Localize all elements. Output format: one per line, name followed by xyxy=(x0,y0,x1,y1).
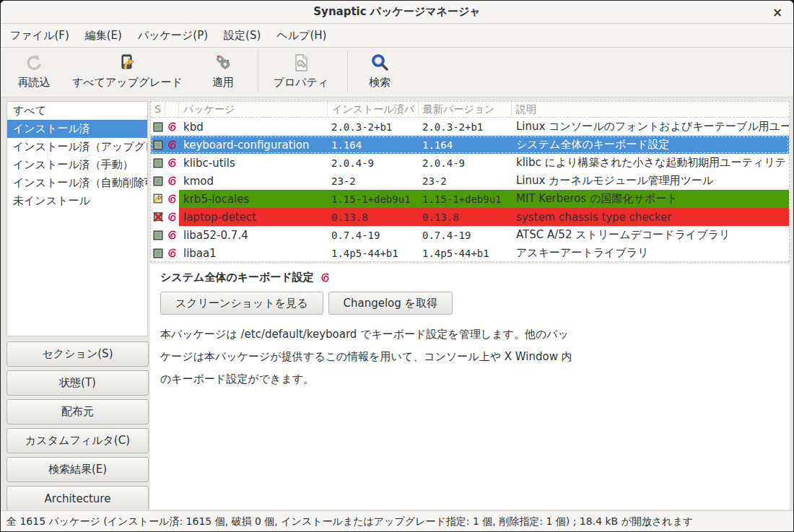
debian-swirl-cell xyxy=(165,172,179,190)
toolbar-apply-label: 適用 xyxy=(212,74,234,90)
package-name: libaa1 xyxy=(179,244,328,262)
get-changelog-button[interactable]: Changelog を取得 xyxy=(328,292,453,315)
column-header-name[interactable]: パッケージ xyxy=(179,102,328,117)
debian-swirl-icon xyxy=(167,175,178,186)
column-header-latest[interactable]: 最新バージョン xyxy=(419,102,512,117)
toolbar-upgrade-all-button[interactable]: すべてアップグレード xyxy=(68,51,187,93)
toolbar-properties-button[interactable]: プロパティ xyxy=(266,51,336,93)
table-row[interactable]: liba52-0.7.40.7.4-190.7.4-19ATSC A/52 スト… xyxy=(151,226,789,244)
column-header-supported[interactable] xyxy=(165,102,179,117)
menu-settings[interactable]: 設定(S) xyxy=(216,24,269,47)
package-status-cell[interactable] xyxy=(151,154,165,172)
debian-swirl-icon xyxy=(167,139,178,150)
debian-swirl-icon xyxy=(167,248,178,258)
architecture-button[interactable]: Architecture xyxy=(6,486,149,511)
installed-version: 2.0.3-2+b1 xyxy=(328,118,419,136)
package-name: klibc-utils xyxy=(179,154,328,172)
debian-swirl-icon xyxy=(320,272,331,283)
package-name: laptop-detect xyxy=(179,208,328,226)
toolbar-separator xyxy=(258,51,258,92)
package-status-cell[interactable] xyxy=(151,190,165,208)
package-status-cell[interactable] xyxy=(151,226,165,244)
package-status-cell[interactable] xyxy=(151,118,165,136)
status-installed-icon xyxy=(153,248,163,258)
window-title: Synaptic パッケージマネージャ xyxy=(313,5,480,19)
package-status-cell[interactable] xyxy=(151,244,165,262)
package-short-description: Linux カーネルモジュール管理用ツール xyxy=(512,172,789,190)
status-installed-icon xyxy=(153,158,163,168)
package-name: krb5-locales xyxy=(179,190,328,208)
upgrade-icon xyxy=(118,53,138,73)
table-header: Sパッケージインストール済バ最新バージョン説明 xyxy=(151,102,789,118)
filter-item[interactable]: インストール済（アップグレ xyxy=(7,138,147,156)
latest-version: 0.13.8 xyxy=(419,208,512,226)
debian-swirl-cell xyxy=(165,190,179,208)
filter-item[interactable]: インストール済（自動削除可 xyxy=(7,174,147,192)
installed-version: 1.15-1+deb9u1 xyxy=(328,190,419,208)
status-installed-icon xyxy=(153,122,163,132)
column-header-status[interactable]: S xyxy=(151,102,165,117)
package-status-cell[interactable] xyxy=(151,208,165,226)
close-icon[interactable]: × xyxy=(769,4,786,21)
filter-item[interactable]: インストール済（手動） xyxy=(7,156,147,174)
toolbar-upgrade-all-label: すべてアップグレード xyxy=(72,74,183,90)
table-row[interactable]: libaa11.4p5-44+b11.4p5-44+b1アスキーアートライブラリ xyxy=(151,244,789,262)
menu-edit[interactable]: 編集(E) xyxy=(77,24,130,47)
debian-swirl-icon xyxy=(167,157,178,168)
table-row[interactable]: keyboard-configuration1.1641.164システム全体のキ… xyxy=(151,136,789,154)
sections-button[interactable]: セクション(S) xyxy=(6,341,149,367)
installed-version: 0.7.4-19 xyxy=(328,226,419,244)
column-header-description[interactable]: 説明 xyxy=(512,102,789,117)
package-name: keyboard-configuration xyxy=(179,136,328,154)
latest-version: 1.4p5-44+b1 xyxy=(419,244,512,262)
package-table: Sパッケージインストール済バ最新バージョン説明 kbd2.0.3-2+b12.0… xyxy=(150,101,790,262)
menu-help[interactable]: ヘルプ(H) xyxy=(269,24,334,47)
table-row[interactable]: kmod23-223-2Linux カーネルモジュール管理用ツール xyxy=(151,172,789,190)
package-status-cell[interactable] xyxy=(151,136,165,154)
status-installed-icon xyxy=(153,230,163,240)
package-name: liba52-0.7.4 xyxy=(179,226,328,244)
debian-swirl-cell xyxy=(165,118,179,136)
table-row[interactable]: krb5-locales1.15-1+deb9u11.15-1+deb9u1MI… xyxy=(151,190,789,208)
package-short-description: アスキーアートライブラリ xyxy=(512,244,789,262)
filter-item[interactable]: すべて xyxy=(7,102,147,120)
filter-item[interactable]: 未インストール xyxy=(7,192,147,210)
debian-swirl-icon xyxy=(320,272,331,283)
custom-filters-button[interactable]: カスタムフィルタ(C) xyxy=(6,428,149,453)
latest-version: 1.164 xyxy=(419,136,512,154)
debian-swirl-cell xyxy=(165,136,179,154)
menu-bar: ファイル(F)編集(E)パッケージ(P)設定(S)ヘルプ(H) xyxy=(1,24,793,48)
package-status-cell[interactable] xyxy=(151,172,165,190)
apply-icon xyxy=(213,53,233,73)
toolbar-reload-label: 再読込 xyxy=(18,74,51,90)
status-installed-icon xyxy=(153,140,163,150)
table-row[interactable]: klibc-utils2.0.4-92.0.4-9klibc により構築された小… xyxy=(151,154,789,172)
status-button[interactable]: 状態(T) xyxy=(6,370,149,396)
menu-package[interactable]: パッケージ(P) xyxy=(130,24,216,47)
installed-version: 23-2 xyxy=(328,172,419,190)
debian-swirl-cell xyxy=(165,208,179,226)
installed-version: 2.0.4-9 xyxy=(328,154,419,172)
installed-version: 1.4p5-44+b1 xyxy=(328,244,419,262)
status-text: 全 1615 パッケージ (インストール済: 1615 個, 破損 0 個, イ… xyxy=(6,515,693,528)
column-header-installed[interactable]: インストール済バ xyxy=(328,102,419,117)
title-bar[interactable]: Synaptic パッケージマネージャ × xyxy=(1,1,793,24)
package-short-description: システム全体のキーボード設定 xyxy=(512,136,789,154)
origin-button[interactable]: 配布元 xyxy=(6,399,149,424)
latest-version: 2.0.4-9 xyxy=(419,154,512,172)
installed-version: 1.164 xyxy=(328,136,419,154)
menu-file[interactable]: ファイル(F) xyxy=(2,24,77,47)
toolbar-apply-button[interactable]: 適用 xyxy=(200,51,246,93)
package-name: kmod xyxy=(179,172,328,190)
filter-item[interactable]: インストール済 xyxy=(7,120,147,138)
table-row[interactable]: laptop-detect0.13.80.13.8system chassis … xyxy=(151,208,789,226)
table-row[interactable]: kbd2.0.3-2+b12.0.3-2+b1Linux コンソールのフォントお… xyxy=(151,118,789,136)
toolbar-search-button[interactable]: 検索 xyxy=(356,51,403,93)
details-buttons: スクリーンショットを見るChangelog を取得 xyxy=(160,292,780,315)
debian-swirl-cell xyxy=(165,226,179,244)
package-name: kbd xyxy=(179,118,328,136)
search-results-button[interactable]: 検索結果(E) xyxy=(6,457,149,482)
sidebar-buttons: セクション(S)状態(T)配布元カスタムフィルタ(C)検索結果(E)Archit… xyxy=(6,341,149,511)
toolbar-reload-button[interactable]: 再読込 xyxy=(11,51,57,93)
get-screenshot-button[interactable]: スクリーンショットを見る xyxy=(160,292,323,315)
